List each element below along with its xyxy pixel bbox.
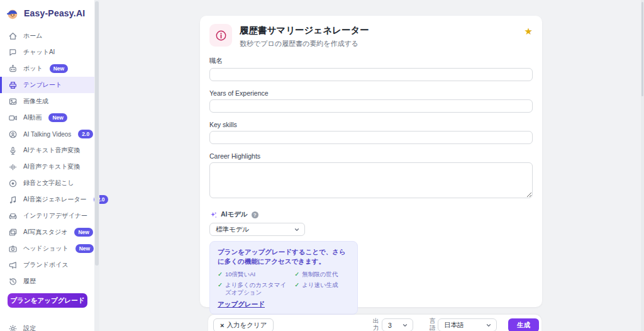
promo-feature-label: 無制限の世代 — [302, 271, 338, 278]
sofa-icon — [8, 211, 18, 221]
ai-model-row: AIモデル ? — [209, 210, 533, 219]
sidebar-item-label: AI音声テキスト変換 — [23, 162, 80, 171]
sidebar-item-ai-video[interactable]: AI動画 New — [0, 109, 94, 126]
promo-heading: プランをアップグレードすることで、さらに多くの機能にアクセスできます。 — [218, 247, 350, 266]
skills-label: Key skills — [209, 121, 533, 128]
job-title-input[interactable] — [209, 68, 533, 81]
sidebar-item-interior-designer[interactable]: インテリアデザイナー — [0, 208, 94, 224]
promo-feature-list: ✓ 10倍賢いAI ✓ 無制限の世代 ✓ より多くのカスタマイズオプション ✓ … — [218, 271, 350, 296]
template-header: 履歴書サマリージェネレーター 数秒でプロの履歴書の要約を作成する ★ — [209, 24, 533, 48]
sidebar-item-recording-transcription[interactable]: 録音と文字起こし — [0, 175, 94, 191]
app-name: Easy-Peasy.AI — [24, 8, 85, 18]
sidebar-item-settings[interactable]: 設定 — [0, 320, 94, 331]
template-icon — [8, 81, 18, 90]
upgrade-plan-button[interactable]: プランをアップグレード — [8, 293, 87, 308]
sidebar-item-music-generator[interactable]: AI音楽ジェネレーター 2.0 — [0, 191, 94, 208]
check-icon: ✓ — [294, 271, 299, 278]
generate-button[interactable]: 生成 — [508, 318, 539, 331]
sidebar-item-templates[interactable]: テンプレート — [0, 77, 94, 93]
sidebar-item-label: ボット — [23, 64, 43, 73]
page-scrollbar-thumb[interactable] — [641, 2, 643, 96]
sidebar-item-text-to-speech[interactable]: AIテキスト音声変換 — [0, 142, 94, 159]
promo-feature: ✓ より速い生成 — [294, 281, 350, 297]
ai-model-label: AIモデル — [221, 210, 248, 219]
history-icon — [8, 277, 18, 286]
camera-icon — [8, 244, 18, 254]
home-icon — [8, 31, 18, 41]
video-camera-icon — [8, 113, 18, 123]
action-bar: × 入力をクリア 出力 3 言語 日本語 生成 — [208, 315, 541, 331]
sidebar-item-label: 履歴 — [23, 277, 36, 286]
years-label: Years of Experience — [209, 89, 533, 97]
promo-feature-label: 10倍賢いAI — [225, 271, 255, 278]
check-icon: ✓ — [218, 271, 223, 278]
ai-model-select[interactable]: 標準モデル — [209, 223, 305, 236]
promo-feature-label: より速い生成 — [302, 281, 338, 297]
sidebar-item-ai-talking-videos[interactable]: AI Talking Videos 2.0 — [0, 126, 94, 142]
photos-icon — [8, 228, 18, 237]
page-title: 履歴書サマリージェネレーター — [240, 25, 369, 36]
gear-icon — [8, 324, 18, 331]
sidebar-scrollbar-thumb[interactable] — [95, 1, 99, 266]
key-skills-input[interactable] — [209, 131, 533, 144]
sidebar-item-label: ホーム — [23, 31, 42, 40]
years-of-experience-input[interactable] — [209, 99, 533, 113]
language-select[interactable]: 日本語 — [438, 318, 497, 331]
microphone-icon — [8, 146, 18, 155]
sidebar-item-label: AI動画 — [23, 113, 42, 122]
clear-inputs-button[interactable]: × 入力をクリア — [213, 318, 274, 331]
chevron-down-icon — [486, 322, 492, 328]
language-value: 日本語 — [444, 321, 464, 330]
sidebar-item-home[interactable]: ホーム — [0, 28, 94, 44]
sidebar-item-bot[interactable]: ボット New — [0, 60, 94, 77]
output-count-select[interactable]: 3 — [382, 318, 413, 331]
music-note-icon — [8, 195, 18, 205]
ai-model-selected-value: 標準モデル — [216, 225, 249, 234]
sidebar-item-chat-ai[interactable]: チャットAI — [0, 44, 94, 60]
check-icon: ✓ — [294, 281, 299, 297]
sidebar-item-history[interactable]: 履歴 — [0, 273, 94, 289]
new-badge: New — [48, 113, 67, 121]
promo-feature-label: より多くのカスタマイズオプション — [225, 281, 289, 297]
sidebar-item-label: 画像生成 — [23, 97, 48, 106]
sidebar-item-image-generation[interactable]: 画像生成 — [0, 93, 94, 109]
sidebar-item-headshot[interactable]: ヘッドショット New — [0, 240, 94, 257]
promo-feature: ✓ 10倍賢いAI — [218, 271, 289, 278]
image-icon — [8, 97, 18, 106]
page-scrollbar[interactable] — [641, 0, 644, 331]
promo-feature: ✓ より多くのカスタマイズオプション — [218, 281, 289, 297]
output-count-label: 出力 — [373, 318, 380, 331]
output-count-value: 3 — [388, 322, 392, 329]
upgrade-link[interactable]: アップグレード — [218, 300, 265, 309]
language-label: 言語 — [430, 318, 437, 331]
app-logo[interactable]: Easy-Peasy.AI — [0, 0, 94, 20]
chat-icon — [8, 48, 18, 57]
info-icon — [209, 24, 232, 47]
mascot-icon — [6, 6, 19, 20]
help-icon[interactable]: ? — [252, 211, 258, 218]
sidebar-item-label: AI音楽ジェネレーター — [23, 195, 87, 204]
sidebar-item-label: テンプレート — [23, 81, 62, 89]
waveform-icon — [8, 162, 18, 172]
sidebar-item-photo-studio[interactable]: AI写真スタジオ New — [0, 224, 94, 240]
sidebar-item-label: AI Talking Videos — [23, 131, 71, 138]
clear-x-icon: × — [220, 322, 224, 329]
sparkle-icon — [209, 211, 218, 219]
job-title-label: 職名 — [209, 57, 533, 65]
career-highlights-textarea[interactable] — [209, 162, 533, 198]
version-badge: 2.0 — [78, 130, 93, 138]
sidebar-item-label: インテリアデザイナー — [23, 211, 87, 220]
sidebar-item-label: チャットAI — [23, 48, 55, 57]
sidebar-item-label: ブランドボイス — [23, 261, 69, 269]
favorite-star-icon[interactable]: ★ — [525, 26, 533, 36]
upgrade-promo-box: プランをアップグレードすることで、さらに多くの機能にアクセスできます。 ✓ 10… — [209, 241, 358, 315]
sidebar-scrollbar[interactable] — [94, 0, 99, 331]
sidebar-item-speech-to-text[interactable]: AI音声テキスト変換 — [0, 159, 94, 175]
check-icon: ✓ — [218, 281, 223, 297]
new-badge: New — [50, 64, 68, 72]
bot-icon — [8, 64, 18, 74]
sidebar-nav: ホーム チャットAI ボット New テンプレート 画像生成 AI動画 New … — [0, 28, 94, 331]
megaphone-icon — [8, 261, 18, 270]
chevron-down-icon — [402, 322, 408, 328]
sidebar-item-brand-voice[interactable]: ブランドボイス — [0, 257, 94, 273]
